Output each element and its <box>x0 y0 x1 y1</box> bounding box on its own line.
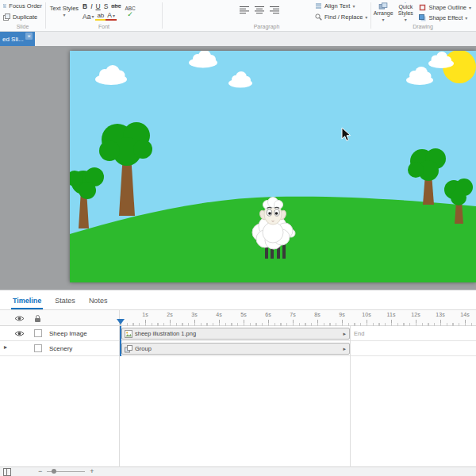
align-text-icon <box>315 2 322 10</box>
ruler-label: 9s <box>339 312 344 317</box>
align-right-icon <box>270 6 279 14</box>
align-right-button[interactable] <box>269 5 280 17</box>
ruler-label: 4s <box>216 312 221 317</box>
duplicate-button[interactable]: Duplicate <box>2 12 44 22</box>
mouse-cursor <box>340 127 351 142</box>
shape-effect-label: Shape Effect <box>428 14 463 21</box>
ruler-label: 11s <box>387 312 396 317</box>
document-tab-bar: ed Sli... × <box>0 32 476 46</box>
ribbon-group-paragraph: Align Text ▾ Find / Replace ▾ Paragraph <box>163 0 370 31</box>
shape-outline-label: Shape Outline <box>428 4 466 11</box>
find-replace-icon <box>315 13 322 21</box>
timeline-ruler[interactable]: 1s 2s 3s 4s 5s 6s 7s 8s 9s 10s 11s 12s 1… <box>119 310 476 326</box>
ruler-label: 2s <box>167 312 172 317</box>
chevron-down-icon: ▾ <box>365 15 367 20</box>
lock-checkbox[interactable] <box>34 329 42 337</box>
group-label-drawing: Drawing <box>371 23 474 31</box>
visibility-eye-icon[interactable] <box>14 330 25 337</box>
timeline-zoom-slider[interactable] <box>47 467 85 476</box>
align-center-button[interactable] <box>254 5 265 17</box>
text-shadow-button[interactable]: S <box>102 2 110 11</box>
zoom-slider-knob[interactable] <box>52 469 56 474</box>
ribbon: Focus Order Duplicate Slide Text Styles … <box>0 0 476 32</box>
bar-expand-arrow-icon[interactable]: ▸ <box>343 346 346 351</box>
tab-label: ed Sli... <box>2 36 24 43</box>
collapse-panel-button[interactable] <box>3 468 11 476</box>
bold-button[interactable]: B <box>81 2 89 11</box>
font-color-button[interactable]: A ▾ <box>106 12 117 21</box>
highlight-color-button[interactable]: ab <box>95 12 106 21</box>
change-case-button[interactable]: Aa ▾ <box>81 12 95 21</box>
show-hide-all-eye-icon[interactable] <box>14 315 25 322</box>
ribbon-group-slide: Focus Order Duplicate Slide <box>0 0 45 31</box>
tab-close-icon[interactable]: × <box>25 33 33 40</box>
ruler-label: 1s <box>142 312 148 317</box>
group-icon <box>125 345 132 353</box>
ruler-label: 12s <box>411 312 420 317</box>
focus-order-label: Focus Order <box>9 2 42 10</box>
timeline-row-sheep-image[interactable]: Sheep Image sheep illustration 1.png ▸ E… <box>0 326 476 341</box>
chevron-down-icon: ▾ <box>352 4 355 9</box>
text-styles-label: Text Styles <box>50 5 79 12</box>
ribbon-group-font: Text Styles ▾ B I U S abc Aa ▾ <box>46 0 162 31</box>
timeline-bar-sheep[interactable]: sheep illustration 1.png ▸ <box>121 328 350 340</box>
shape-outline-button[interactable]: Shape Outline ▾ <box>417 3 473 12</box>
bar-expand-arrow-icon[interactable]: ▸ <box>343 331 346 336</box>
bar-label: sheep illustration 1.png <box>135 330 196 337</box>
lock-all-icon[interactable] <box>34 314 41 323</box>
align-text-label: Align Text <box>324 2 350 10</box>
timeline-rows: Sheep Image sheep illustration 1.png ▸ E… <box>0 326 476 356</box>
duplicate-label: Duplicate <box>13 13 37 21</box>
shape-outline-icon <box>419 4 426 11</box>
zoom-in-icon[interactable]: + <box>90 468 94 475</box>
chevron-down-icon: ▾ <box>382 17 385 22</box>
shape-effect-icon <box>419 14 426 21</box>
timeline-header: 1s 2s 3s 4s 5s 6s 7s 8s 9s 10s 11s 12s 1… <box>0 310 476 326</box>
group-label-font: Font <box>46 23 162 31</box>
chevron-down-icon: ▾ <box>405 17 407 22</box>
shape-effect-button[interactable]: Shape Effect ▾ <box>417 13 473 22</box>
ruler-label: 14s <box>460 312 469 317</box>
slide-canvas[interactable] <box>70 51 476 282</box>
bar-label: Group <box>135 345 152 352</box>
playhead-line <box>120 326 121 356</box>
quick-styles-button[interactable]: Quick Styles ▾ <box>395 1 416 22</box>
check-icon: ✓ <box>127 11 133 17</box>
lock-checkbox[interactable] <box>34 344 42 352</box>
ruler-label: 10s <box>362 312 370 317</box>
group-label-paragraph: Paragraph <box>163 23 370 31</box>
ruler-label: 5s <box>240 312 246 317</box>
timeline-row-scenery[interactable]: ▸ Scenery Group ▸ <box>0 341 476 356</box>
ruler-label: 13s <box>436 312 444 317</box>
arrange-icon <box>378 2 389 10</box>
text-styles-button[interactable]: Text Styles ▾ <box>48 1 81 21</box>
collapse-panel-icon <box>3 468 11 476</box>
zoom-out-icon[interactable]: − <box>38 468 42 475</box>
align-left-icon <box>240 6 249 14</box>
tab-states[interactable]: States <box>53 297 77 309</box>
spelling-button[interactable]: ABC ✓ <box>122 1 137 21</box>
quick-styles-label: Quick Styles <box>395 4 416 17</box>
underline-button[interactable]: U <box>94 2 102 11</box>
ruler-label: 3s <box>191 312 197 317</box>
timeline-bottom-bar: − + <box>0 466 476 476</box>
chevron-down-icon: ▾ <box>469 6 471 10</box>
tab-untitled-slide[interactable]: ed Sli... × <box>0 32 35 46</box>
focus-order-button[interactable]: Focus Order <box>2 1 44 11</box>
strikethrough-button[interactable]: abc <box>109 2 122 11</box>
align-text-button[interactable]: Align Text ▾ <box>313 1 369 11</box>
timeline-bar-scenery[interactable]: Group ▸ <box>121 343 350 355</box>
change-case-label: Aa <box>83 12 90 21</box>
chevron-down-icon: ▾ <box>465 16 467 21</box>
focus-order-icon <box>3 2 6 10</box>
row-label: Sheep Image <box>49 330 87 337</box>
end-marker-label: End <box>354 330 364 337</box>
quick-styles-icon <box>401 2 410 3</box>
arrange-button[interactable]: Arrange ▾ <box>373 1 393 22</box>
expand-row-icon[interactable]: ▸ <box>4 344 7 351</box>
align-left-button[interactable] <box>239 5 250 17</box>
tab-notes[interactable]: Notes <box>87 297 109 309</box>
find-replace-button[interactable]: Find / Replace ▾ <box>313 12 369 22</box>
playhead[interactable] <box>117 319 125 324</box>
tab-timeline[interactable]: Timeline <box>11 297 43 309</box>
